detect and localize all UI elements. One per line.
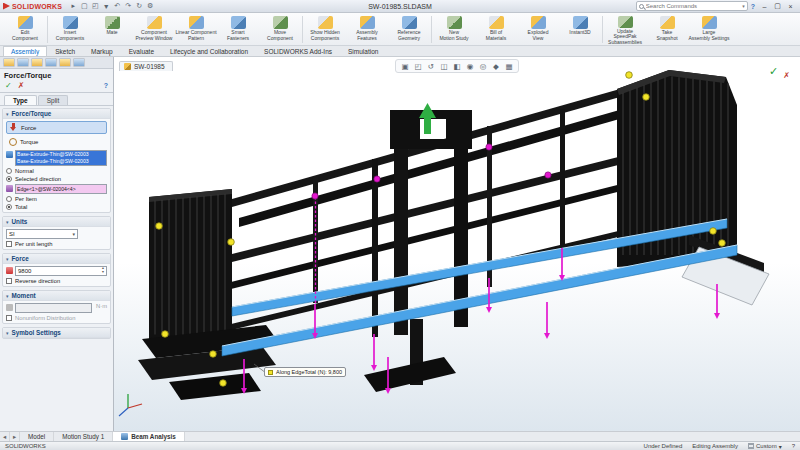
joint-sphere-yellow[interactable] <box>643 94 650 101</box>
simulation-manager-tab[interactable] <box>73 58 85 67</box>
ok-button[interactable]: ✓ <box>5 81 12 90</box>
tab-scroll-right[interactable]: ▸ <box>10 432 20 441</box>
ribbon-button-insert-components[interactable]: InsertComponents <box>49 14 91 45</box>
joint-sphere-yellow[interactable] <box>162 331 169 338</box>
tab-solidworks-add-ins[interactable]: SOLIDWORKS Add-Ins <box>256 46 340 56</box>
tab-simulation[interactable]: Simulation <box>340 46 386 56</box>
menu-expand-icon[interactable]: ▸ <box>68 1 78 12</box>
joint-sphere-yellow[interactable] <box>228 239 235 246</box>
joint-sphere-yellow[interactable] <box>156 223 163 230</box>
view-orientation-icon[interactable]: ◧ <box>452 61 462 71</box>
force-value-spinner[interactable] <box>102 267 104 275</box>
units-section-header[interactable]: Units <box>3 217 110 227</box>
ribbon-button-exploded-view[interactable]: ExplodedView <box>517 14 559 45</box>
joint-sphere-yellow[interactable] <box>220 380 227 387</box>
moment-section-header[interactable]: Moment <box>3 291 110 301</box>
ribbon-button-move-component[interactable]: MoveComponent <box>259 14 301 45</box>
confirm-cancel-button[interactable]: ✗ <box>783 71 790 80</box>
ribbon-button-new-motion-study[interactable]: NewMotion Study <box>433 14 475 45</box>
undo-icon[interactable]: ↶ <box>112 1 122 12</box>
ribbon-button-bill-of-materials[interactable]: Bill ofMaterials <box>475 14 517 45</box>
status-help-button[interactable]: ? <box>792 443 795 449</box>
ribbon-button-edit-component[interactable]: EditComponent <box>4 14 46 45</box>
joint-sphere-magenta[interactable] <box>486 144 492 150</box>
force-callout[interactable]: Along EdgeTotal (N): 9,800 <box>264 367 346 377</box>
ribbon-button-update-speedpak-subassemblies[interactable]: UpdateSpeedPak Subassemblies <box>604 14 646 45</box>
tab-split[interactable]: Split <box>38 95 69 105</box>
per-item-radio[interactable]: Per Item <box>6 196 107 202</box>
configuration-manager-tab[interactable] <box>31 58 43 67</box>
joint-sphere-yellow[interactable] <box>710 228 717 235</box>
ribbon-button-instant3d[interactable]: Instant3D <box>559 14 601 45</box>
ribbon-button-reference-geometry[interactable]: ReferenceGeometry <box>388 14 430 45</box>
zoom-area-icon[interactable]: ◰ <box>413 61 423 71</box>
force-arrow[interactable] <box>371 334 377 371</box>
tab-motion-study-1[interactable]: Motion Study 1 <box>54 432 113 441</box>
tab-sketch[interactable]: Sketch <box>47 46 83 56</box>
display-manager-tab[interactable] <box>59 58 71 67</box>
nonuniform-distribution-checkbox-control[interactable] <box>6 315 12 321</box>
tab-scroll-left[interactable]: ◂ <box>0 432 10 441</box>
ribbon-button-large-assembly-settings[interactable]: LargeAssembly Settings <box>688 14 730 45</box>
minimize-button[interactable]: – <box>758 0 771 12</box>
symbol-settings-section-header[interactable]: Symbol Settings <box>3 328 110 338</box>
selected-direction-radio[interactable]: Selected direction <box>6 176 107 182</box>
joint-sphere-magenta[interactable] <box>312 193 318 199</box>
ribbon-button-assembly-features[interactable]: AssemblyFeatures <box>346 14 388 45</box>
joint-sphere-magenta[interactable] <box>374 176 380 182</box>
torque-button[interactable]: Torque <box>6 136 107 148</box>
redo-icon[interactable]: ↷ <box>123 1 133 12</box>
nonuniform-distribution-checkbox[interactable]: Nonuniform Distribution <box>6 315 107 321</box>
pm-help-button[interactable]: ? <box>104 82 108 89</box>
total-radio-control[interactable] <box>6 204 12 210</box>
section-view-icon[interactable]: ◫ <box>439 61 449 71</box>
tab-assembly[interactable]: Assembly <box>3 46 47 56</box>
open-document-icon[interactable]: ◰ <box>90 1 100 12</box>
tab-lifecycle-and-collaboration[interactable]: Lifecycle and Collaboration <box>162 46 256 56</box>
tab-evaluate[interactable]: Evaluate <box>121 46 162 56</box>
tab-type[interactable]: Type <box>4 95 37 105</box>
normal-radio[interactable]: Normal <box>6 168 107 174</box>
ribbon-button-mate[interactable]: Mate <box>91 14 133 45</box>
per-item-radio-control[interactable] <box>6 196 12 202</box>
search-options-chevron-icon[interactable]: ▾ <box>742 3 745 9</box>
selected-face-item[interactable]: Base-Extrude-Thin@SW-02003 <box>16 158 106 165</box>
tab-markup[interactable]: Markup <box>83 46 121 56</box>
custom-toolbar-chevron-icon[interactable]: ▾ <box>779 443 782 450</box>
close-button[interactable]: × <box>784 0 797 12</box>
hide-show-items-icon[interactable]: ◎ <box>478 61 488 71</box>
display-style-icon[interactable]: ◉ <box>465 61 475 71</box>
search-input[interactable] <box>646 3 740 9</box>
joint-sphere-magenta[interactable] <box>545 172 551 178</box>
property-manager-tab[interactable] <box>17 58 29 67</box>
direction-reference-field[interactable]: Edge<1>@SW-02004<4> <box>15 184 107 194</box>
force-torque-section-header[interactable]: Force/Torque <box>3 109 110 119</box>
dimxpert-manager-tab[interactable] <box>45 58 57 67</box>
ribbon-button-linear-component-pattern[interactable]: Linear ComponentPattern <box>175 14 217 45</box>
maximize-button[interactable]: ▢ <box>771 0 784 12</box>
save-document-icon[interactable]: ▼ <box>101 1 111 12</box>
rebuild-icon[interactable]: ↻ <box>134 1 144 12</box>
force-arrow[interactable] <box>544 302 550 339</box>
selected-face-item[interactable]: Base-Extrude-Thin@SW-02003 <box>16 151 106 158</box>
force-section-header[interactable]: Force <box>3 254 110 264</box>
new-document-icon[interactable]: ▢ <box>79 1 89 12</box>
previous-view-icon[interactable]: ↺ <box>426 61 436 71</box>
options-icon[interactable]: ⚙ <box>145 1 155 12</box>
joint-sphere-yellow[interactable] <box>626 72 633 79</box>
tab-model[interactable]: Model <box>20 432 54 441</box>
view-settings-icon[interactable]: ▦ <box>504 61 514 71</box>
normal-radio-control[interactable] <box>6 168 12 174</box>
zoom-fit-icon[interactable]: ▣ <box>400 61 410 71</box>
joint-sphere-yellow[interactable] <box>719 240 726 247</box>
ribbon-button-smart-fasteners[interactable]: SmartFasteners <box>217 14 259 45</box>
faces-selection-list[interactable]: Base-Extrude-Thin@SW-02003Base-Extrude-T… <box>15 150 107 166</box>
cancel-button[interactable]: ✗ <box>18 81 25 90</box>
force-value-input[interactable]: 9800 <box>15 266 107 276</box>
ribbon-button-take-snapshot[interactable]: TakeSnapshot <box>646 14 688 45</box>
ribbon-button-show-hidden-components[interactable]: Show HiddenComponents <box>304 14 346 45</box>
selected-direction-radio-control[interactable] <box>6 176 12 182</box>
per-unit-length-checkbox-control[interactable] <box>6 241 12 247</box>
edit-appearance-icon[interactable]: ◆ <box>491 61 501 71</box>
per-unit-length-checkbox[interactable]: Per unit length <box>6 241 107 247</box>
